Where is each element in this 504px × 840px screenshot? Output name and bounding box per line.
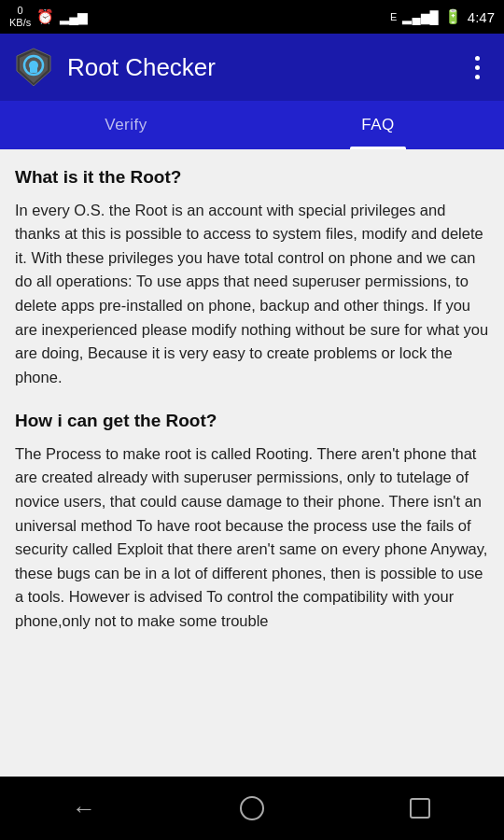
status-right: E ▂▄▆█ 🔋 4:47 [390,8,495,25]
overflow-dot-1 [475,56,480,61]
data-speed: 0KB/s [9,5,31,29]
nav-bar: ← [0,777,504,840]
faq-question-1: What is it the Root? [15,166,489,189]
status-bar: 0KB/s ⏰ ▂▄▆ E ▂▄▆█ 🔋 4:47 [0,0,504,34]
faq-content[interactable]: What is it the Root? In every O.S. the R… [0,149,504,777]
tab-bar: Verify FAQ [0,101,504,149]
alarm-icon: ⏰ [36,8,54,25]
faq-answer-2: The Process to make root is called Rooti… [15,442,489,634]
home-button[interactable] [224,788,280,829]
app-icon [13,47,54,88]
recents-icon [410,798,430,819]
app-bar: Root Checker [0,34,504,101]
faq-answer-1: In every O.S. the Root is an account wit… [15,199,489,390]
overflow-dot-2 [475,65,480,70]
overflow-dot-3 [475,75,480,79]
home-icon [240,796,264,820]
recents-button[interactable] [392,788,448,829]
signal-bars-icon: ▂▄▆ [60,9,87,24]
battery-icon: 🔋 [444,8,462,25]
faq-section-1: What is it the Root? In every O.S. the R… [15,166,489,389]
tab-faq[interactable]: FAQ [252,101,504,149]
network-icon: E [390,11,397,22]
overflow-menu-button[interactable] [463,56,491,79]
signal-strength-icon: ▂▄▆█ [402,10,438,24]
svg-rect-4 [30,65,37,73]
tab-verify[interactable]: Verify [0,101,252,149]
app-title: Root Checker [67,53,463,82]
faq-question-2: How i can get the Root? [15,410,489,433]
time-display: 4:47 [468,9,495,25]
status-left: 0KB/s ⏰ ▂▄▆ [9,5,87,29]
faq-section-2: How i can get the Root? The Process to m… [15,410,489,633]
back-button[interactable]: ← [56,788,112,829]
